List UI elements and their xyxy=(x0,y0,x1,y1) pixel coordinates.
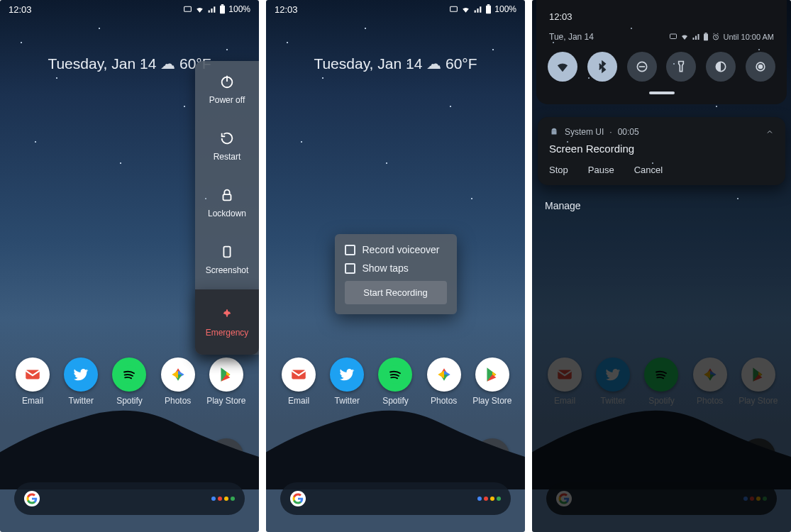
signal-icon xyxy=(692,33,700,41)
signal-icon xyxy=(207,5,216,14)
phone-power-menu: 12:03 100% Tuesday, Jan 14 ☁ 60°F Email … xyxy=(0,0,259,532)
power-off-button[interactable]: Power off xyxy=(195,61,259,118)
record-voiceover-checkbox[interactable]: Record voiceover xyxy=(345,244,447,255)
notification-app-name: System UI xyxy=(565,127,604,137)
screen-record-tile[interactable] xyxy=(746,52,775,82)
assistant-icon[interactable] xyxy=(211,497,235,501)
svg-rect-45 xyxy=(705,33,707,34)
svg-rect-2 xyxy=(221,4,224,6)
svg-rect-16 xyxy=(223,194,231,200)
bluetooth-icon xyxy=(595,60,609,74)
show-taps-checkbox[interactable]: Show taps xyxy=(345,262,447,274)
start-recording-button[interactable]: Start Recording xyxy=(345,281,447,304)
svg-rect-1 xyxy=(220,6,225,13)
battery-icon xyxy=(485,4,492,14)
dnd-tile[interactable] xyxy=(627,52,657,82)
emergency-icon xyxy=(219,306,235,322)
notification-pause-button[interactable]: Pause xyxy=(588,165,614,175)
battery-pct: 100% xyxy=(228,4,250,14)
cloud-icon: ☁ xyxy=(160,55,179,72)
status-bar: 12:03 100% xyxy=(0,0,259,18)
status-time: 12:03 xyxy=(275,4,298,15)
cast-icon xyxy=(669,33,677,41)
search-bar[interactable] xyxy=(14,482,245,515)
status-time: 12:03 xyxy=(9,4,32,15)
svg-rect-18 xyxy=(450,6,458,11)
svg-rect-52 xyxy=(552,131,557,135)
notification-age: 00:05 xyxy=(618,127,639,137)
wallpaper-mountain xyxy=(0,383,259,489)
chevron-up-icon[interactable] xyxy=(765,128,774,136)
quick-settings-panel: 12:03 Tue, Jan 14 Until 10:00 AM xyxy=(536,0,787,104)
restart-icon xyxy=(219,131,235,146)
dnd-icon xyxy=(635,60,649,74)
battery-pct: 100% xyxy=(494,4,516,14)
svg-rect-20 xyxy=(487,4,490,6)
assistant-icon[interactable] xyxy=(477,497,501,501)
notification-cancel-button[interactable]: Cancel xyxy=(634,165,663,175)
svg-rect-17 xyxy=(223,247,230,257)
flashlight-icon xyxy=(674,60,688,74)
wifi-status-icon xyxy=(195,5,204,14)
screen-record-icon xyxy=(753,60,768,74)
notification-stop-button[interactable]: Stop xyxy=(549,165,568,175)
svg-point-51 xyxy=(758,65,762,69)
shade-date: Tue, Jan 14 xyxy=(549,32,594,42)
phone-notification-shade: Email Twitter Spotify Photos Play Store … xyxy=(532,0,791,532)
power-menu: Power off Restart Lockdown Screenshot Em… xyxy=(195,61,259,355)
restart-button[interactable]: Restart xyxy=(195,118,259,174)
svg-rect-44 xyxy=(704,34,708,41)
shade-time: 12:03 xyxy=(549,11,572,22)
screen-recording-notification[interactable]: System UI · 00:05 Screen Recording Stop … xyxy=(538,117,785,185)
quick-settings-tiles xyxy=(546,52,777,92)
phone-record-dialog: 12:03 100% Tuesday, Jan 14 ☁ 60°F Email … xyxy=(266,0,525,532)
search-bar[interactable] xyxy=(280,482,511,515)
lockdown-button[interactable]: Lockdown xyxy=(195,174,259,231)
wallpaper-mountain xyxy=(266,383,525,489)
android-icon xyxy=(549,127,559,137)
emergency-button[interactable]: Emergency xyxy=(195,289,259,355)
wifi-status-icon xyxy=(461,5,470,14)
cloud-icon: ☁ xyxy=(426,55,446,72)
dark-theme-icon xyxy=(714,60,728,74)
dark-theme-tile[interactable] xyxy=(706,52,736,82)
screenshot-button[interactable]: Screenshot xyxy=(195,231,259,288)
shade-drag-handle[interactable] xyxy=(649,92,675,94)
status-bar: 12:03 100% xyxy=(266,0,525,18)
battery-icon xyxy=(703,33,709,41)
cast-icon xyxy=(449,5,458,14)
cast-icon xyxy=(183,5,192,14)
flashlight-tile[interactable] xyxy=(666,52,696,82)
screenshot-icon xyxy=(219,244,235,260)
notification-title: Screen Recording xyxy=(549,143,774,155)
lock-icon xyxy=(219,187,235,203)
checkbox-icon xyxy=(345,245,355,255)
power-icon xyxy=(219,74,235,89)
alarm-icon xyxy=(712,33,720,41)
svg-rect-19 xyxy=(486,6,491,13)
wifi-icon xyxy=(555,60,570,74)
svg-rect-43 xyxy=(670,34,677,39)
google-g-icon xyxy=(290,491,306,506)
bluetooth-tile[interactable] xyxy=(587,52,617,82)
wifi-status-icon xyxy=(680,33,689,41)
manage-button[interactable]: Manage xyxy=(545,200,581,211)
google-g-icon xyxy=(24,491,40,506)
alarm-label: Until 10:00 AM xyxy=(723,33,774,41)
svg-rect-0 xyxy=(184,6,192,11)
wifi-tile[interactable] xyxy=(548,52,577,82)
screen-record-dialog: Record voiceover Show taps Start Recordi… xyxy=(335,234,457,314)
date-weather[interactable]: Tuesday, Jan 14 ☁ 60°F xyxy=(266,55,525,72)
battery-icon xyxy=(219,4,226,14)
checkbox-icon xyxy=(345,263,355,274)
signal-icon xyxy=(473,5,482,14)
